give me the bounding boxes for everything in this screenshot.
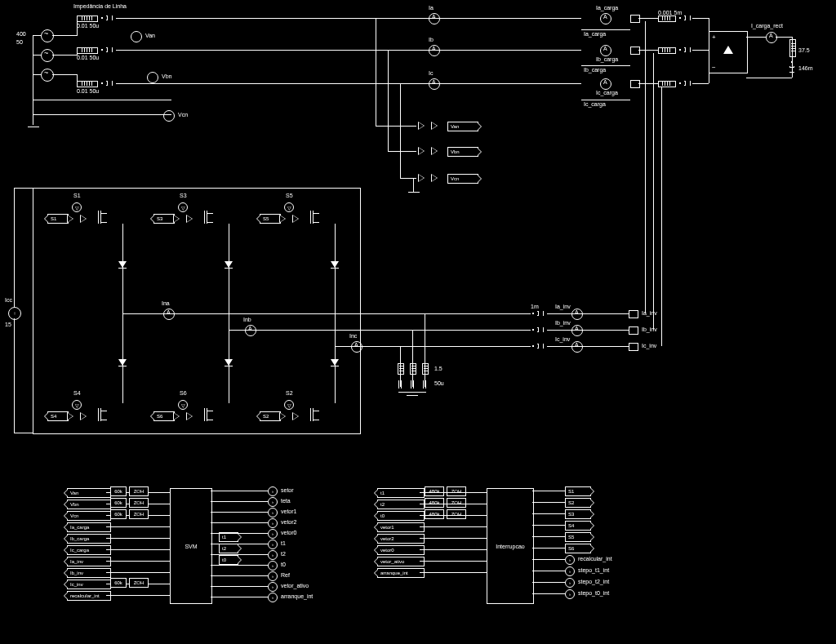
wire <box>106 595 170 596</box>
wire <box>376 18 376 126</box>
filter-res <box>422 363 429 375</box>
zoh-block: ZOH <box>129 509 149 519</box>
wire <box>398 392 426 393</box>
wire-phase-b <box>116 50 581 51</box>
gate-drive-icon: ▽ <box>284 202 294 212</box>
gate-drive-icon: ▽ <box>72 202 82 212</box>
line-res-a <box>77 16 98 22</box>
wire <box>122 313 531 314</box>
label-s3: S3 <box>180 193 187 198</box>
wire <box>77 49 78 56</box>
wire <box>547 346 629 347</box>
wire <box>52 55 77 56</box>
wire <box>420 538 487 539</box>
buffer-icon <box>173 215 180 223</box>
mosfet-icon <box>310 408 321 421</box>
line-res-c <box>77 81 98 87</box>
ammeter-inc <box>351 341 362 353</box>
svm-out-vetor1: vetor1 <box>281 509 296 514</box>
wire <box>229 330 229 403</box>
svm-in-Van: Van <box>67 488 111 498</box>
intr-out-S4: S4 <box>565 521 591 531</box>
svm-out-t0: t0 <box>281 562 286 567</box>
wire <box>211 522 268 523</box>
wire <box>106 526 170 527</box>
ind-inv-a <box>531 311 547 316</box>
buffer-icon <box>67 412 73 420</box>
intr-out-stepo_t1_int: stepo_t1_int <box>578 567 609 573</box>
svm-out-vetor0: vetor0 <box>281 530 296 535</box>
filter-cap <box>411 380 411 389</box>
wire <box>211 586 268 587</box>
svm-block: SVM <box>170 488 212 604</box>
buffer-icon <box>80 215 87 223</box>
term-ic-inv: Ic_inv <box>642 343 656 349</box>
wire <box>692 50 709 51</box>
wire <box>532 593 565 594</box>
wire <box>211 533 268 534</box>
out-van: Van <box>447 122 478 131</box>
label-ia-carga: Ia_carga <box>596 5 618 11</box>
port-s4: S4 <box>47 411 69 421</box>
source-vb <box>41 49 54 62</box>
buffer-vbn-icon <box>418 147 425 155</box>
out-vbn: Vbn <box>447 147 478 157</box>
svm-out-Ref: Ref <box>281 572 290 578</box>
gate-drive-icon: ▽ <box>72 400 82 410</box>
ammeter-ib <box>429 45 440 56</box>
buffer-van-icon2 <box>431 122 438 130</box>
filter-cap <box>423 380 424 389</box>
wire <box>106 561 170 562</box>
line-rl-a: 0.01 50u <box>77 23 99 29</box>
wire <box>106 572 170 573</box>
wire <box>33 74 41 75</box>
wire <box>692 18 709 19</box>
diode-icon <box>225 261 233 268</box>
buffer-icon <box>173 412 180 420</box>
terminal <box>629 326 638 335</box>
label-ic: Ic <box>429 70 433 76</box>
label-inc: Inc <box>349 333 357 339</box>
wire <box>645 21 646 313</box>
dc-val: 15 <box>5 322 11 327</box>
diode-icon <box>331 261 339 268</box>
filter-res <box>398 363 404 375</box>
gate-drive-icon: ▽ <box>284 400 294 410</box>
intr-in-t1: t1 <box>377 488 425 498</box>
wire <box>547 313 629 314</box>
intr-out-S5: S5 <box>565 532 591 542</box>
intr-out-S3: S3 <box>565 509 591 519</box>
svm-in-Ia_inv: Ia_inv <box>67 557 111 566</box>
label-s4: S4 <box>73 390 81 396</box>
terminal <box>630 80 640 88</box>
wire <box>106 538 170 539</box>
wire <box>420 572 487 573</box>
wire <box>532 513 565 514</box>
wire <box>661 87 662 346</box>
impedance-title: Impedância de Linha <box>73 3 127 9</box>
mosfet-icon <box>98 408 109 421</box>
wire <box>376 126 416 127</box>
buffer-vcn-icon <box>418 174 425 182</box>
buffer-icon <box>279 215 286 223</box>
probe-icon: › <box>268 508 278 517</box>
ammeter-ic-inv <box>571 341 583 353</box>
intr-out-stepo_t0_int: stepo_t0_int <box>578 590 609 596</box>
gain-block: 480k <box>425 486 444 496</box>
probe-icon: › <box>268 550 278 560</box>
port-s6: S6 <box>153 411 175 421</box>
line-res-b <box>77 47 98 54</box>
label-van: Van <box>145 33 155 38</box>
buffer-icon <box>80 412 87 420</box>
terminal <box>630 47 640 55</box>
wire <box>211 491 268 491</box>
intr-block: Interrupcao <box>487 488 534 604</box>
label-ina: Ina <box>162 300 170 306</box>
gain-block: 480k <box>425 509 444 519</box>
dc-source: ↑ <box>8 307 21 320</box>
wire <box>420 492 487 493</box>
gate-drive-icon: ▽ <box>178 400 188 410</box>
source-vc <box>41 69 54 82</box>
inverter-frame <box>33 188 361 434</box>
label-rect-i: I_carga_rect <box>751 23 783 29</box>
